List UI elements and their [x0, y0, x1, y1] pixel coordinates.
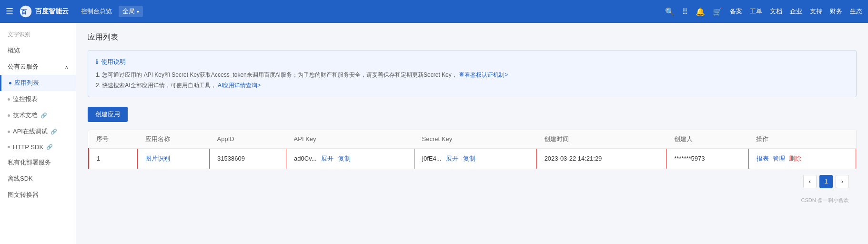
action-report-link[interactable]: 报表 — [757, 154, 769, 163]
sidebar-item-tech-doc[interactable]: 技术文档 🔗 — [0, 107, 76, 123]
col-secret-key: Secret Key — [414, 130, 537, 149]
sidebar: 文字识别 概览 公有云服务 ∧ 应用列表 监控报表 技术文档 🔗 API在线调试… — [0, 23, 76, 244]
baidu-logo-icon: 百 — [19, 5, 32, 18]
sidebar-item-api-debug[interactable]: API在线调试 🔗 — [0, 123, 76, 140]
finance-link[interactable]: 财务 — [830, 7, 842, 16]
cart-icon[interactable]: 🛒 — [713, 7, 722, 16]
action-links: 报表 管理 删除 — [757, 154, 848, 163]
api-key-value: ad0Cv... — [294, 155, 316, 162]
sidebar-item-label: 私有化部署服务 — [8, 158, 51, 167]
sidebar-item-label: 监控报表 — [13, 95, 38, 103]
table-row: 1 图片识别 31538609 ad0Cv... 展开 复制 j0fE4... — [89, 148, 856, 169]
info-header: ℹ 使用说明 — [96, 56, 848, 67]
col-actions: 操作 — [748, 130, 856, 149]
action-manage-link[interactable]: 管理 — [773, 154, 785, 163]
chevron-up-icon: ∧ — [65, 64, 68, 70]
info-line-1: 1. 您可通过应用的 API Key和 Secret Key获取Access_t… — [96, 70, 848, 81]
sidebar-item-label: 技术文档 — [13, 111, 38, 120]
beian-link[interactable]: 备案 — [730, 7, 742, 16]
sidebar-item-overview[interactable]: 概览 — [0, 42, 76, 59]
sidebar-item-http-sdk[interactable]: HTTP SDK 🔗 — [0, 140, 76, 154]
col-api-key: API Key — [286, 130, 414, 149]
page-title: 应用列表 — [88, 32, 857, 42]
sidebar-item-monitor[interactable]: 监控报表 — [0, 91, 76, 107]
col-index: 序号 — [89, 130, 138, 149]
support-link[interactable]: 支持 — [810, 7, 822, 16]
chevron-down-icon: ▾ — [137, 9, 139, 14]
cell-created-time: 2023-03-22 14:21:29 — [536, 148, 666, 169]
sidebar-item-label: API在线调试 — [13, 127, 48, 136]
col-app-id: AppID — [210, 130, 286, 149]
secret-key-copy-link[interactable]: 复制 — [463, 155, 475, 162]
sidebar-item-label: 应用列表 — [14, 79, 39, 87]
search-icon[interactable]: 🔍 — [665, 7, 675, 16]
dot-icon — [8, 114, 10, 117]
app-name-link[interactable]: 图片识别 — [145, 155, 170, 162]
dot-icon — [8, 98, 10, 101]
info-box: ℹ 使用说明 1. 您可通过应用的 API Key和 Secret Key获取A… — [88, 50, 857, 97]
pagination-next-button[interactable]: › — [836, 175, 849, 188]
sidebar-item-private-deploy[interactable]: 私有化部署服务 — [0, 154, 76, 171]
col-created-time: 创建时间 — [536, 130, 666, 149]
create-app-button[interactable]: 创建应用 — [88, 107, 128, 122]
sidebar-item-offline-sdk[interactable]: 离线SDK — [0, 171, 76, 187]
enterprise-link[interactable]: 企业 — [790, 7, 802, 16]
ticket-link[interactable]: 工单 — [750, 7, 762, 16]
app-query-link[interactable]: AI应用详情查询> — [218, 82, 261, 89]
logo[interactable]: 百 百度智能云 — [19, 5, 69, 18]
col-app-name: 应用名称 — [138, 130, 210, 149]
active-dot-icon — [9, 82, 11, 84]
cell-creator: *******5973 — [666, 148, 749, 169]
sidebar-item-label: HTTP SDK — [13, 143, 43, 151]
pagination-page-1-button[interactable]: 1 — [819, 175, 833, 188]
sidebar-group-label: 公有云服务 — [8, 62, 39, 71]
external-link-icon: 🔗 — [50, 129, 57, 135]
logo-text: 百度智能云 — [35, 7, 69, 16]
notification-icon[interactable]: 🔔 — [696, 7, 705, 16]
pagination: ‹ 1 › — [88, 169, 857, 194]
app-table-container: 序号 应用名称 AppID API Key Secret Key 创建时间 创建… — [88, 130, 857, 169]
secret-key-value: j0fE4... — [422, 155, 441, 162]
top-nav-right: 🔍 ⠿ 🔔 🛒 备案 工单 文档 企业 支持 财务 生态 — [665, 7, 862, 16]
external-link-icon: 🔗 — [40, 112, 47, 119]
info-icon: ℹ — [96, 56, 98, 67]
external-link-icon: 🔗 — [46, 144, 53, 150]
action-delete-link[interactable]: 删除 — [789, 154, 801, 163]
cell-secret-key: j0fE4... 展开 复制 — [414, 148, 537, 169]
secret-key-expand-link[interactable]: 展开 — [446, 155, 458, 162]
scope-label: 全局 — [122, 7, 135, 16]
col-creator: 创建人 — [666, 130, 749, 149]
top-navigation: ☰ 百 百度智能云 控制台总览 全局 ▾ 🔍 ⠿ 🔔 🛒 备案 工单 文档 企业… — [0, 0, 868, 23]
main-layout: 文字识别 概览 公有云服务 ∧ 应用列表 监控报表 技术文档 🔗 API在线调试… — [0, 23, 868, 244]
api-key-expand-link[interactable]: 展开 — [321, 155, 333, 162]
grid-icon[interactable]: ⠿ — [682, 7, 688, 16]
scope-selector[interactable]: 全局 ▾ — [119, 6, 143, 17]
eco-link[interactable]: 生态 — [850, 7, 862, 16]
sidebar-item-label: 图文转换器 — [8, 191, 39, 199]
api-key-copy-link[interactable]: 复制 — [338, 155, 351, 162]
cell-app-id: 31538609 — [210, 148, 286, 169]
sidebar-group-public-cloud[interactable]: 公有云服务 ∧ — [0, 59, 76, 75]
table-header-row: 序号 应用名称 AppID API Key Secret Key 创建时间 创建… — [89, 130, 856, 149]
sidebar-item-image-convert[interactable]: 图文转换器 — [0, 187, 76, 203]
info-line-2: 2. 快速搜索AI全部应用详情，可使用自助工具， AI应用详情查询> — [96, 81, 848, 91]
docs-link[interactable]: 文档 — [770, 7, 782, 16]
cell-app-name: 图片识别 — [138, 148, 210, 169]
sidebar-item-label: 概览 — [8, 46, 20, 55]
info-title: 使用说明 — [101, 56, 126, 67]
toolbar: 创建应用 — [88, 107, 857, 122]
cell-actions: 报表 管理 删除 — [748, 148, 856, 169]
pagination-prev-button[interactable]: ‹ — [803, 175, 817, 188]
dot-icon — [8, 146, 10, 148]
sidebar-item-label: 离线SDK — [8, 174, 33, 183]
app-table: 序号 应用名称 AppID API Key Secret Key 创建时间 创建… — [88, 130, 856, 169]
hamburger-icon[interactable]: ☰ — [6, 6, 13, 17]
sidebar-section-title: 文字识别 — [0, 27, 76, 42]
footer-credit: CSDN @一啊小贪欢 — [88, 194, 857, 204]
cell-index: 1 — [89, 148, 138, 169]
auth-link[interactable]: 查看鉴权认证机制> — [459, 71, 508, 78]
main-content: 应用列表 ℹ 使用说明 1. 您可通过应用的 API Key和 Secret K… — [76, 23, 868, 244]
control-console-link[interactable]: 控制台总览 — [81, 7, 112, 16]
sidebar-item-app-list[interactable]: 应用列表 — [0, 75, 76, 91]
dot-icon — [8, 131, 10, 133]
